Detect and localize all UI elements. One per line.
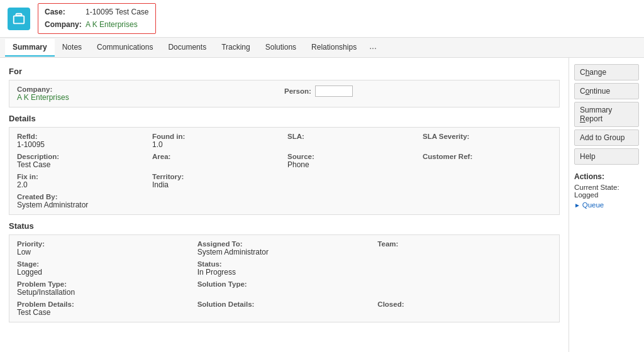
continue-button[interactable]: Continue [574, 83, 639, 99]
current-state-value: Logged [574, 191, 598, 199]
detail-source: Source: Phone [287, 153, 416, 169]
case-row: Case: 1-10095 Test Case [45, 6, 149, 18]
details-section-box: RefId: 1-10095 Found in: 1.0 SLA: SLA Se… [9, 127, 560, 215]
header: Case: 1-10095 Test Case Company: A K Ent… [0, 0, 644, 38]
for-person-label: Person: [284, 87, 311, 95]
actions-title: Actions: [574, 172, 639, 181]
status-empty-1 [377, 260, 552, 277]
status-status: Status: In Progress [197, 260, 372, 277]
actions-section: Actions: Current State: Logged Queue [574, 172, 639, 209]
detail-refid: RefId: 1-10095 [17, 133, 146, 149]
right-sidebar: Change Continue Summary Report Add to Gr… [569, 58, 644, 352]
status-priority: Priority: Low [17, 240, 191, 256]
detail-description: Description: Test Case [17, 153, 146, 169]
for-section-box: Company: A K Enterprises Person: [9, 80, 560, 107]
detail-empty-2 [423, 173, 552, 189]
status-solution-type: Solution Type: [197, 280, 372, 297]
tab-more[interactable]: ··· [364, 40, 382, 55]
actions-current-state: Current State: Logged [574, 184, 639, 199]
detail-sla: SLA: [287, 133, 416, 149]
main-layout: For Company: A K Enterprises Person: Det… [0, 58, 644, 352]
case-value: 1-10095 Test Case [86, 6, 149, 18]
details-section-title: Details [9, 114, 560, 123]
status-empty-2 [377, 280, 552, 297]
main-content: For Company: A K Enterprises Person: Det… [0, 58, 569, 352]
tab-solutions[interactable]: Solutions [258, 39, 304, 57]
case-label: Case: [45, 6, 86, 18]
change-button[interactable]: Change [574, 64, 639, 80]
detail-fix-in: Fix in: 2.0 [17, 173, 146, 189]
for-company-value: A K Enterprises [17, 93, 284, 102]
for-person-col: Person: [284, 85, 552, 97]
case-icon [8, 8, 30, 30]
status-grid: Priority: Low Assigned To: System Admini… [17, 240, 552, 317]
for-section-title: For [9, 67, 560, 76]
status-problem-details: Problem Details: Test Case [17, 300, 191, 317]
status-stage: Stage: Logged [17, 260, 191, 277]
tab-summary[interactable]: Summary [5, 39, 55, 57]
nav-tabs: Summary Notes Communications Documents T… [0, 38, 644, 58]
tab-documents[interactable]: Documents [160, 39, 214, 57]
tab-notes[interactable]: Notes [55, 39, 89, 57]
for-company-col: Company: A K Enterprises [17, 85, 284, 102]
company-value: A K Enterprises [86, 19, 138, 31]
briefcase-svg [12, 12, 26, 26]
person-input[interactable] [315, 85, 353, 97]
details-grid: RefId: 1-10095 Found in: 1.0 SLA: SLA Se… [17, 133, 552, 209]
tab-tracking[interactable]: Tracking [214, 39, 258, 57]
status-solution-details: Solution Details: [197, 300, 372, 317]
detail-sla-severity: SLA Severity: [423, 133, 552, 149]
status-assigned-to: Assigned To: System Administrator [197, 240, 372, 256]
detail-created-by: Created By: System Administrator [17, 193, 146, 209]
current-state-label: Current State: [574, 184, 619, 191]
for-company-label: Company: [17, 85, 284, 93]
tab-communications[interactable]: Communications [89, 39, 160, 57]
company-label: Company: [45, 19, 86, 31]
tab-relationships[interactable]: Relationships [304, 39, 364, 57]
company-row: Company: A K Enterprises [45, 19, 149, 31]
status-team: Team: [377, 240, 552, 256]
status-problem-type: Problem Type: Setup/Installation [17, 280, 191, 297]
detail-found-in: Found in: 1.0 [152, 133, 281, 149]
queue-link[interactable]: Queue [574, 201, 639, 209]
for-row: Company: A K Enterprises Person: [17, 85, 552, 102]
status-section-title: Status [9, 221, 560, 231]
status-closed: Closed: [377, 300, 552, 317]
detail-empty-1 [287, 173, 416, 189]
summary-report-button[interactable]: Summary Report [574, 102, 639, 127]
help-button[interactable]: Help [574, 148, 639, 165]
add-to-group-button[interactable]: Add to Group [574, 129, 639, 146]
detail-territory: Territory: India [152, 173, 281, 189]
detail-customer-ref: Customer Ref: [423, 153, 552, 169]
status-section-box: Priority: Low Assigned To: System Admini… [9, 234, 560, 322]
case-info-box: Case: 1-10095 Test Case Company: A K Ent… [38, 3, 156, 33]
detail-area: Area: [152, 153, 281, 169]
